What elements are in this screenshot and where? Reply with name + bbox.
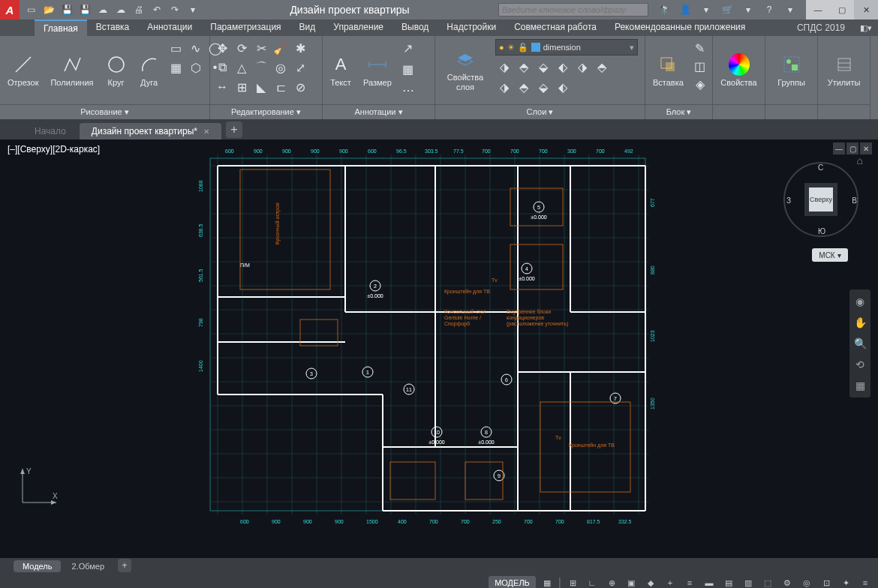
ribbon-tab-param[interactable]: Параметризация [201,20,290,36]
maximize-button[interactable]: ▢ [830,0,854,20]
saveas-icon[interactable]: 💾 [77,2,93,18]
redo-icon[interactable]: ↷ [167,2,183,18]
layer-tool2-icon[interactable]: ⬘ [515,58,533,76]
sb-grid-icon[interactable]: ▦ [539,576,555,588]
layer-tool1-icon[interactable]: ⬗ [495,58,513,76]
help-dropdown-icon[interactable]: ▾ [782,2,798,18]
signin-icon[interactable]: 👤 [677,2,693,18]
nav-wheel-icon[interactable]: ◉ [852,294,867,309]
sb-isolate-icon[interactable]: ◎ [798,576,815,588]
qat-dropdown-icon[interactable]: ▾ [185,2,201,18]
sb-snap-icon[interactable]: ⊞ [564,576,581,588]
sb-modelspace-button[interactable]: МОДЕЛЬ [489,576,536,588]
line-button[interactable]: Отрезок [3,39,43,101]
plot-icon[interactable]: 🖨 [131,2,147,18]
ribbon-tab-home[interactable]: Главная [35,20,87,36]
vp-close-icon[interactable]: ✕ [860,142,872,154]
ribbon-tab-output[interactable]: Вывод [392,20,437,36]
viewcube-south[interactable]: Ю [818,227,825,236]
erase-icon[interactable]: 🧹 [272,39,290,57]
layer-tool5-icon[interactable]: ⬗ [573,58,591,76]
layout-tab-plus[interactable]: + [118,559,131,572]
layer-tool3-icon[interactable]: ⬙ [534,58,552,76]
nav-pan-icon[interactable]: ✋ [852,315,867,330]
panel-layers-title[interactable]: Слои ▾ [435,104,645,119]
annot-more-icon[interactable]: ⋯ [399,81,417,99]
apps-dropdown-icon[interactable]: ▾ [740,2,756,18]
help-icon[interactable]: ? [761,2,777,18]
polyline-button[interactable]: Полилиния [46,39,98,101]
exchange-icon[interactable]: 🛒 [719,2,735,18]
viewcube-home-icon[interactable]: ⌂ [857,154,863,166]
sb-clean-icon[interactable]: ✦ [837,576,854,588]
viewcube-face[interactable]: Сверху [809,188,833,212]
panel-draw-title[interactable]: Рисование ▾ [0,104,209,119]
move-icon[interactable]: ✥ [213,39,231,57]
sb-switch-icon[interactable]: ⬚ [759,576,776,588]
layout-tab-sheet1[interactable]: 2.Обмер [62,560,113,572]
text-button[interactable]: AТекст [326,39,356,101]
open-icon[interactable]: 📂 [41,2,57,18]
new-icon[interactable]: ▭ [23,2,39,18]
sb-lineweight-icon[interactable]: ≡ [681,576,698,588]
ribbon-tab-manage[interactable]: Управление [324,20,392,36]
groups-button[interactable]: Группы [773,39,810,101]
sb-workspace-icon[interactable]: ⚙ [779,576,795,588]
ribbon-tab-view[interactable]: Вид [290,20,325,36]
viewcube-east[interactable]: В [852,196,857,205]
dimension-button[interactable]: Размер [359,39,396,101]
array-icon[interactable]: ⊞ [233,78,251,96]
fillet-icon[interactable]: ⌒ [252,58,270,76]
align-icon[interactable]: ⊏ [272,78,290,96]
sb-annovis-icon[interactable]: ▥ [740,576,756,588]
binoculars-icon[interactable]: 🔭 [656,2,672,18]
layer-tool7-icon[interactable]: ⬗ [495,78,513,96]
block-insert-button[interactable]: Вставка [648,39,688,101]
mirror-icon[interactable]: △ [233,58,251,76]
save-icon[interactable]: 💾 [59,2,75,18]
sb-annoscale-icon[interactable]: ▤ [720,576,737,588]
panel-block-title[interactable]: Блок ▾ [645,104,712,119]
social-dropdown-icon[interactable]: ▾ [698,2,714,18]
ribbon-tab-collab[interactable]: Совместная работа [505,20,606,36]
block-edit-icon[interactable]: ✎ [691,39,709,57]
sb-custom-icon[interactable]: ≡ [857,576,873,588]
nav-zoom-icon[interactable]: 🔍 [852,336,867,351]
offset-icon[interactable]: ◎ [272,58,290,76]
ribbon-collapse-icon[interactable]: ◧▾ [854,23,878,33]
rotate-icon[interactable]: ⟳ [233,39,251,57]
sb-osnap-icon[interactable]: ▣ [623,576,639,588]
properties-button[interactable]: Свойства [716,39,761,101]
panel-annot-title[interactable]: Аннотации ▾ [323,104,434,119]
viewcube[interactable]: Сверху С Ю В З ⌂ [783,162,858,237]
cloud-save-icon[interactable]: ☁ [113,2,129,18]
layer-tool4-icon[interactable]: ⬖ [554,58,572,76]
minimize-button[interactable]: — [806,0,830,20]
rect-icon[interactable]: ▭ [167,39,185,57]
break-icon[interactable]: ⊘ [291,78,309,96]
app-logo[interactable]: A [0,0,20,20]
sb-transparency-icon[interactable]: ▬ [701,576,717,588]
layout-tab-model[interactable]: Модель [14,560,61,572]
block-create-icon[interactable]: ◫ [691,57,709,75]
table-icon[interactable]: ▦ [399,60,417,78]
layer-props-button[interactable]: Свойства слоя [438,39,492,101]
sb-polar-icon[interactable]: ⊕ [603,576,620,588]
sb-dynamic-icon[interactable]: + [662,576,678,588]
explode-icon[interactable]: ✱ [291,39,309,57]
layer-tool9-icon[interactable]: ⬙ [534,78,552,96]
block-attr-icon[interactable]: ◈ [691,75,709,93]
vp-maximize-icon[interactable]: ▢ [846,142,858,154]
spds-tab[interactable]: СПДС 2019 [788,22,854,33]
layer-tool8-icon[interactable]: ⬘ [515,78,533,96]
help-search[interactable] [498,3,648,16]
spline-icon[interactable]: ∿ [187,39,205,57]
leader-icon[interactable]: ↗ [399,39,417,57]
sb-ortho-icon[interactable]: ∟ [584,576,600,588]
arc-button[interactable]: Дуга [134,39,164,101]
layer-tool6-icon[interactable]: ⬘ [593,58,611,76]
close-tab-icon[interactable]: ✕ [203,128,209,136]
trim-icon[interactable]: ✂ [252,39,270,57]
nav-show-icon[interactable]: ▦ [852,378,867,393]
ribbon-tab-addins[interactable]: Надстройки [437,20,505,36]
